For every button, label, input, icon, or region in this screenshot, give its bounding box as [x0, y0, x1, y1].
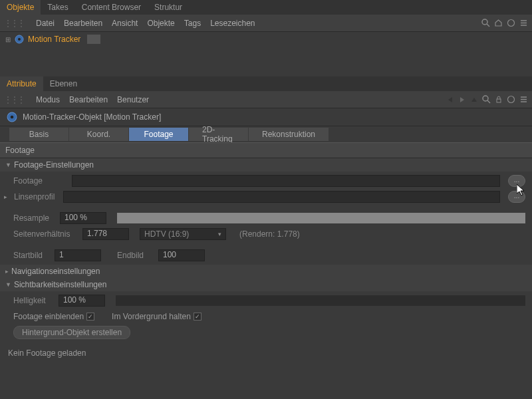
menu-objekte[interactable]: Objekte: [147, 19, 174, 28]
dropdown-value: HDTV (16:9): [144, 229, 189, 239]
svg-point-0: [482, 19, 487, 25]
tab-takes[interactable]: Takes: [41, 0, 74, 15]
group-nav-settings[interactable]: ▸ Navigationseinstellungen: [0, 265, 532, 278]
section-footage: Footage: [0, 142, 532, 158]
motion-tracker-icon: [15, 35, 24, 44]
aspect-input[interactable]: 1.778: [82, 228, 129, 240]
object-tree-row[interactable]: ⊞ Motion Tracker: [0, 32, 532, 47]
group-footage-settings[interactable]: ▼ Footage-Einstellungen: [0, 158, 532, 172]
tab-koord[interactable]: Koord.: [69, 128, 129, 141]
helligkeit-input[interactable]: 100 %: [59, 295, 105, 307]
linsenprofil-browse-button[interactable]: ...: [508, 191, 525, 203]
menu-modus[interactable]: Modus: [36, 95, 60, 104]
resample-slider[interactable]: [117, 213, 525, 223]
footage-label: Footage: [13, 176, 66, 186]
param-tabs: Basis Koord. Footage 2D-Tracking Rekonst…: [0, 126, 532, 142]
svg-line-9: [487, 100, 490, 103]
menu-tags[interactable]: Tags: [184, 19, 201, 28]
search-icon[interactable]: [482, 95, 491, 104]
nav-up-icon[interactable]: [470, 96, 478, 104]
new-icon[interactable]: [507, 95, 515, 104]
footage-input[interactable]: [72, 175, 500, 187]
svg-point-2: [508, 20, 515, 27]
menu-ansicht[interactable]: Ansicht: [112, 19, 138, 28]
group-label: Footage-Einstellungen: [14, 160, 94, 170]
object-tree-area[interactable]: [0, 47, 532, 76]
attr-tabs: Attribute Ebenen: [0, 76, 532, 91]
view-icon[interactable]: [507, 19, 515, 27]
menu-bearbeiten[interactable]: Bearbeiten: [64, 19, 102, 28]
linsenprofil-label: Linsenprofil: [14, 192, 58, 201]
menu-benutzer[interactable]: Benutzer: [117, 95, 149, 104]
tab-attribute[interactable]: Attribute: [0, 76, 43, 91]
tab-content-browser[interactable]: Content Browser: [75, 0, 148, 15]
tab-ebenen[interactable]: Ebenen: [43, 76, 84, 91]
aspect-label: Seitenverhältnis: [13, 229, 77, 239]
nav-back-icon[interactable]: [446, 96, 454, 104]
lock-icon[interactable]: [495, 96, 503, 104]
vordergrund-checkbox[interactable]: [194, 313, 201, 321]
svg-point-7: [18, 38, 21, 41]
footage-browse-button[interactable]: ...: [508, 175, 525, 187]
tab-objekte[interactable]: Objekte: [0, 0, 41, 15]
helligkeit-label: Helligkeit: [13, 296, 53, 305]
svg-point-16: [11, 116, 14, 119]
group-visibility-settings[interactable]: ▼ Sichtbarkeitseinstellungen: [0, 278, 532, 291]
grip-icon: ⋮⋮⋮: [4, 95, 24, 104]
object-header: Motion-Tracker-Objekt [Motion Tracker]: [0, 108, 532, 126]
tab-rekonstruktion[interactable]: Rekonstruktion: [249, 128, 329, 141]
chevron-right-icon[interactable]: ▸: [4, 194, 7, 200]
tab-footage[interactable]: Footage: [129, 128, 189, 141]
endbild-input[interactable]: 100: [158, 249, 205, 261]
svg-line-1: [487, 24, 489, 27]
chevron-down-icon: ▼: [5, 162, 11, 168]
group-label: Navigationseinstellungen: [11, 267, 100, 276]
menu-icon[interactable]: [519, 19, 528, 27]
helligkeit-slider[interactable]: [116, 295, 525, 306]
resample-input[interactable]: 100 %: [60, 212, 106, 224]
menu-icon[interactable]: [519, 95, 528, 104]
search-icon[interactable]: [481, 19, 490, 27]
menu-lesezeichen[interactable]: Lesezeichen: [210, 19, 255, 28]
startbild-label: Startbild: [13, 251, 49, 260]
endbild-label: Endbild: [117, 251, 153, 260]
svg-rect-10: [497, 99, 501, 102]
group-label: Sichtbarkeitseinstellungen: [14, 280, 106, 289]
footage-einblenden-label: Footage einblenden: [13, 312, 84, 321]
create-bg-object-button[interactable]: Hintergrund-Objekt erstellen: [13, 326, 130, 339]
tab-2d-tracking[interactable]: 2D-Tracking: [189, 128, 249, 141]
nav-fwd-icon[interactable]: [458, 96, 466, 104]
render-aspect-label: (Rendern: 1.778): [239, 229, 300, 239]
chevron-down-icon: ▾: [218, 231, 221, 237]
object-title: Motion-Tracker-Objekt [Motion Tracker]: [23, 112, 161, 122]
linsenprofil-input[interactable]: [63, 191, 500, 203]
top-tabs: Objekte Takes Content Browser Struktur: [0, 0, 532, 15]
object-label[interactable]: Motion Tracker: [28, 35, 80, 44]
vordergrund-label: Im Vordergrund halten: [112, 312, 191, 321]
resample-label: Resample: [13, 213, 55, 223]
svg-point-11: [508, 96, 515, 103]
svg-point-8: [483, 96, 488, 101]
visibility-dots-icon[interactable]: [87, 35, 100, 44]
chevron-right-icon: ▸: [5, 268, 9, 275]
object-manager-menubar: ⋮⋮⋮ Datei Bearbeiten Ansicht Objekte Tag…: [0, 15, 532, 32]
home-icon[interactable]: [494, 19, 503, 27]
tab-struktur[interactable]: Struktur: [148, 0, 189, 15]
motion-tracker-icon: [7, 112, 17, 122]
aspect-preset-dropdown[interactable]: HDTV (16:9) ▾: [140, 228, 226, 240]
expand-icon[interactable]: ⊞: [5, 36, 11, 43]
chevron-down-icon: ▼: [5, 281, 11, 288]
footage-einblenden-checkbox[interactable]: [86, 313, 94, 321]
status-message: Kein Footage geladen: [0, 342, 532, 364]
attr-menubar: ⋮⋮⋮ Modus Bearbeiten Benutzer: [0, 91, 532, 108]
tab-basis[interactable]: Basis: [9, 128, 69, 141]
menu-bearbeiten-attr[interactable]: Bearbeiten: [69, 95, 108, 104]
grip-icon: ⋮⋮⋮: [4, 19, 24, 28]
startbild-input[interactable]: 1: [55, 249, 101, 261]
menu-datei[interactable]: Datei: [36, 19, 55, 28]
